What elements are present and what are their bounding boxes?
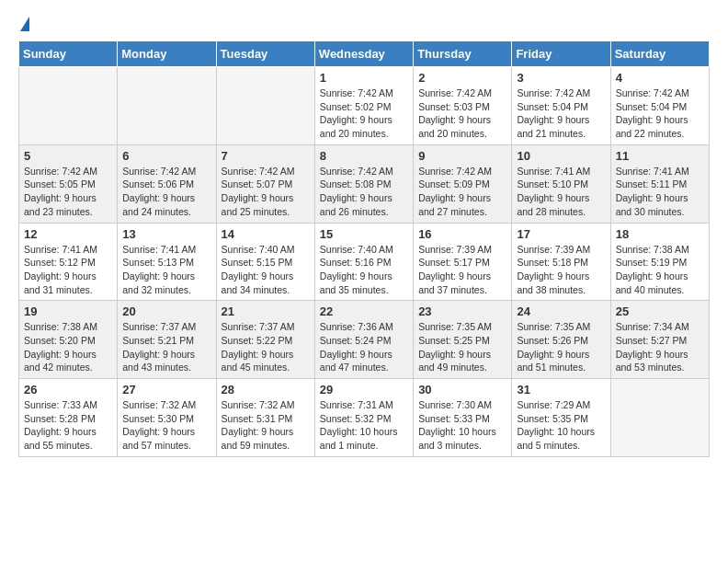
calendar-cell: 15Sunrise: 7:40 AM Sunset: 5:16 PM Dayli…: [314, 223, 413, 301]
col-header-monday: Monday: [118, 41, 216, 67]
calendar-table: SundayMondayTuesdayWednesdayThursdayFrid…: [18, 40, 710, 457]
day-info: Sunrise: 7:42 AM Sunset: 5:04 PM Dayligh…: [517, 86, 605, 141]
day-number: 30: [418, 383, 506, 396]
day-number: 11: [616, 149, 704, 163]
day-info: Sunrise: 7:41 AM Sunset: 5:10 PM Dayligh…: [517, 165, 605, 219]
day-info: Sunrise: 7:35 AM Sunset: 5:25 PM Dayligh…: [418, 320, 506, 374]
calendar-cell: 13Sunrise: 7:41 AM Sunset: 5:13 PM Dayli…: [118, 223, 216, 301]
day-number: 29: [320, 383, 408, 396]
calendar-cell: 19Sunrise: 7:38 AM Sunset: 5:20 PM Dayli…: [19, 301, 118, 379]
day-number: 19: [24, 304, 112, 318]
day-info: Sunrise: 7:41 AM Sunset: 5:11 PM Dayligh…: [616, 165, 704, 219]
calendar-cell: [610, 379, 709, 457]
day-info: Sunrise: 7:32 AM Sunset: 5:31 PM Dayligh…: [222, 398, 310, 453]
day-info: Sunrise: 7:39 AM Sunset: 5:18 PM Dayligh…: [517, 243, 605, 297]
col-header-saturday: Saturday: [610, 41, 709, 67]
calendar-cell: 28Sunrise: 7:32 AM Sunset: 5:31 PM Dayli…: [216, 379, 314, 457]
calendar-week-row: 26Sunrise: 7:33 AM Sunset: 5:28 PM Dayli…: [19, 379, 710, 457]
day-number: 3: [517, 71, 605, 85]
calendar-cell: 8Sunrise: 7:42 AM Sunset: 5:08 PM Daylig…: [314, 144, 413, 223]
calendar-cell: 25Sunrise: 7:34 AM Sunset: 5:27 PM Dayli…: [610, 301, 709, 379]
calendar-week-row: 5Sunrise: 7:42 AM Sunset: 5:05 PM Daylig…: [19, 144, 710, 223]
calendar-week-row: 1Sunrise: 7:42 AM Sunset: 5:02 PM Daylig…: [19, 67, 710, 145]
calendar-cell: 18Sunrise: 7:38 AM Sunset: 5:19 PM Dayli…: [610, 223, 709, 301]
calendar-cell: 2Sunrise: 7:42 AM Sunset: 5:03 PM Daylig…: [414, 67, 512, 145]
day-info: Sunrise: 7:29 AM Sunset: 5:35 PM Dayligh…: [517, 398, 605, 453]
page: SundayMondayTuesdayWednesdayThursdayFrid…: [0, 0, 728, 466]
day-number: 16: [418, 227, 506, 241]
calendar-cell: 16Sunrise: 7:39 AM Sunset: 5:17 PM Dayli…: [414, 223, 512, 301]
day-number: 13: [122, 227, 210, 241]
calendar-cell: [19, 67, 118, 145]
day-info: Sunrise: 7:41 AM Sunset: 5:12 PM Dayligh…: [24, 243, 112, 297]
day-number: 14: [222, 227, 310, 241]
day-info: Sunrise: 7:38 AM Sunset: 5:19 PM Dayligh…: [616, 243, 704, 297]
day-number: 24: [517, 304, 605, 318]
logo-triangle-icon: [20, 17, 29, 31]
day-number: 5: [24, 149, 112, 163]
day-info: Sunrise: 7:32 AM Sunset: 5:30 PM Dayligh…: [122, 398, 210, 453]
calendar-cell: 22Sunrise: 7:36 AM Sunset: 5:24 PM Dayli…: [314, 301, 413, 379]
day-info: Sunrise: 7:42 AM Sunset: 5:04 PM Dayligh…: [616, 86, 704, 141]
day-number: 6: [122, 149, 210, 163]
logo: [18, 18, 29, 31]
day-info: Sunrise: 7:37 AM Sunset: 5:21 PM Dayligh…: [122, 320, 210, 374]
day-number: 22: [320, 304, 408, 318]
day-number: 12: [24, 227, 112, 241]
col-header-thursday: Thursday: [414, 41, 512, 67]
calendar-cell: 4Sunrise: 7:42 AM Sunset: 5:04 PM Daylig…: [610, 67, 709, 145]
day-number: 31: [517, 383, 605, 396]
calendar-cell: 14Sunrise: 7:40 AM Sunset: 5:15 PM Dayli…: [216, 223, 314, 301]
header: [18, 18, 710, 31]
day-number: 2: [418, 71, 506, 85]
calendar-cell: 29Sunrise: 7:31 AM Sunset: 5:32 PM Dayli…: [314, 379, 413, 457]
day-number: 20: [122, 304, 210, 318]
day-info: Sunrise: 7:30 AM Sunset: 5:33 PM Dayligh…: [418, 398, 506, 453]
day-info: Sunrise: 7:35 AM Sunset: 5:26 PM Dayligh…: [517, 320, 605, 374]
day-info: Sunrise: 7:42 AM Sunset: 5:03 PM Dayligh…: [418, 86, 506, 141]
calendar-cell: 10Sunrise: 7:41 AM Sunset: 5:10 PM Dayli…: [512, 144, 610, 223]
day-number: 27: [122, 383, 210, 396]
col-header-tuesday: Tuesday: [216, 41, 314, 67]
day-info: Sunrise: 7:34 AM Sunset: 5:27 PM Dayligh…: [616, 320, 704, 374]
day-info: Sunrise: 7:42 AM Sunset: 5:09 PM Dayligh…: [418, 165, 506, 219]
calendar-cell: 24Sunrise: 7:35 AM Sunset: 5:26 PM Dayli…: [512, 301, 610, 379]
calendar-cell: 12Sunrise: 7:41 AM Sunset: 5:12 PM Dayli…: [19, 223, 118, 301]
calendar-cell: 1Sunrise: 7:42 AM Sunset: 5:02 PM Daylig…: [314, 67, 413, 145]
calendar-cell: 7Sunrise: 7:42 AM Sunset: 5:07 PM Daylig…: [216, 144, 314, 223]
day-info: Sunrise: 7:36 AM Sunset: 5:24 PM Dayligh…: [320, 320, 408, 374]
day-info: Sunrise: 7:38 AM Sunset: 5:20 PM Dayligh…: [24, 320, 112, 374]
calendar-cell: 26Sunrise: 7:33 AM Sunset: 5:28 PM Dayli…: [19, 379, 118, 457]
calendar-cell: 5Sunrise: 7:42 AM Sunset: 5:05 PM Daylig…: [19, 144, 118, 223]
day-number: 8: [320, 149, 408, 163]
calendar-cell: 23Sunrise: 7:35 AM Sunset: 5:25 PM Dayli…: [414, 301, 512, 379]
calendar-cell: 30Sunrise: 7:30 AM Sunset: 5:33 PM Dayli…: [414, 379, 512, 457]
day-info: Sunrise: 7:37 AM Sunset: 5:22 PM Dayligh…: [222, 320, 310, 374]
col-header-wednesday: Wednesday: [314, 41, 413, 67]
day-number: 10: [517, 149, 605, 163]
calendar-cell: 27Sunrise: 7:32 AM Sunset: 5:30 PM Dayli…: [118, 379, 216, 457]
day-number: 4: [616, 71, 704, 85]
day-number: 28: [222, 383, 310, 396]
day-info: Sunrise: 7:42 AM Sunset: 5:08 PM Dayligh…: [320, 165, 408, 219]
day-number: 18: [616, 227, 704, 241]
col-header-sunday: Sunday: [19, 41, 118, 67]
day-number: 9: [418, 149, 506, 163]
day-number: 26: [24, 383, 112, 396]
day-info: Sunrise: 7:42 AM Sunset: 5:07 PM Dayligh…: [222, 165, 310, 219]
calendar-cell: [118, 67, 216, 145]
calendar-week-row: 12Sunrise: 7:41 AM Sunset: 5:12 PM Dayli…: [19, 223, 710, 301]
calendar-cell: 9Sunrise: 7:42 AM Sunset: 5:09 PM Daylig…: [414, 144, 512, 223]
day-info: Sunrise: 7:42 AM Sunset: 5:05 PM Dayligh…: [24, 165, 112, 219]
day-info: Sunrise: 7:42 AM Sunset: 5:06 PM Dayligh…: [122, 165, 210, 219]
col-header-friday: Friday: [512, 41, 610, 67]
day-info: Sunrise: 7:31 AM Sunset: 5:32 PM Dayligh…: [320, 398, 408, 453]
day-info: Sunrise: 7:41 AM Sunset: 5:13 PM Dayligh…: [122, 243, 210, 297]
calendar-cell: 17Sunrise: 7:39 AM Sunset: 5:18 PM Dayli…: [512, 223, 610, 301]
day-info: Sunrise: 7:33 AM Sunset: 5:28 PM Dayligh…: [24, 398, 112, 453]
calendar-header-row: SundayMondayTuesdayWednesdayThursdayFrid…: [19, 41, 710, 67]
day-number: 7: [222, 149, 310, 163]
day-info: Sunrise: 7:42 AM Sunset: 5:02 PM Dayligh…: [320, 86, 408, 141]
calendar-cell: 20Sunrise: 7:37 AM Sunset: 5:21 PM Dayli…: [118, 301, 216, 379]
day-number: 1: [320, 71, 408, 85]
